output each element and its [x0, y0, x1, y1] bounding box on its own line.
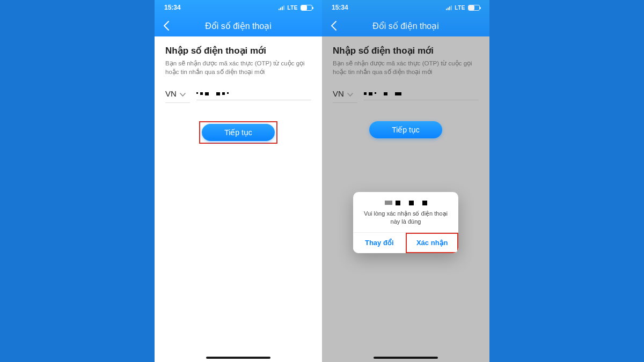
- phone-input-row: VN: [165, 86, 311, 103]
- network-label: LTE: [287, 5, 298, 11]
- form-subtext: Bạn sẽ nhận được mã xác thực (OTP) từ cu…: [165, 60, 311, 76]
- phone-input-row: VN: [333, 86, 479, 103]
- status-bar: 15:34 LTE: [155, 0, 322, 15]
- dialog-message: Vui lòng xác nhận số điện thoại này là đ…: [361, 210, 451, 226]
- form-subtext: Bạn sẽ nhận được mã xác thực (OTP) từ cu…: [333, 60, 479, 76]
- page-content: Nhập số điện thoại mới Bạn sẽ nhận được …: [322, 36, 489, 362]
- battery-icon: [301, 5, 312, 11]
- phone-number-input[interactable]: [364, 89, 479, 100]
- continue-button[interactable]: Tiếp tục: [202, 124, 275, 141]
- screenshot-step-1: 15:34 LTE Đổi số điện thoại Nhập số điện…: [155, 0, 322, 362]
- country-code-select[interactable]: VN: [333, 86, 357, 103]
- redacted-phone-icon: [364, 92, 401, 95]
- home-indicator[interactable]: [374, 357, 438, 359]
- dialog-change-label: Thay đổi: [365, 239, 394, 247]
- continue-button-label: Tiếp tục: [392, 125, 420, 134]
- page-content: Nhập số điện thoại mới Bạn sẽ nhận được …: [155, 36, 322, 362]
- chevron-left-icon: [163, 21, 170, 31]
- confirm-phone-dialog: Vui lòng xác nhận số điện thoại này là đ…: [353, 192, 458, 253]
- network-label: LTE: [455, 5, 465, 11]
- nav-bar: Đổi số điện thoại: [155, 15, 322, 36]
- nav-bar: Đổi số điện thoại: [322, 15, 489, 36]
- signal-icon: [446, 5, 452, 10]
- screenshot-step-2: 15:34 LTE Đổi số điện thoại Nhập số điện…: [322, 0, 489, 362]
- page-title: Đổi số điện thoại: [372, 21, 439, 31]
- status-bar: 15:34 LTE: [322, 0, 489, 15]
- country-code-value: VN: [165, 89, 177, 98]
- back-button[interactable]: [327, 19, 340, 32]
- redacted-phone-icon: [196, 92, 229, 95]
- dialog-actions: Thay đổi Xác nhận: [353, 232, 458, 253]
- signal-icon: [279, 5, 284, 10]
- status-time: 15:34: [164, 4, 181, 11]
- continue-button[interactable]: Tiếp tục: [369, 121, 442, 138]
- app-header: 15:34 LTE Đổi số điện thoại: [322, 0, 489, 36]
- form-heading: Nhập số điện thoại mới: [333, 45, 479, 56]
- battery-icon: [468, 5, 480, 11]
- tutorial-highlight: Tiếp tục: [199, 121, 277, 144]
- status-time: 15:34: [332, 4, 348, 11]
- phone-number-input[interactable]: [196, 89, 311, 100]
- dialog-phone-redacted: [361, 201, 451, 205]
- app-header: 15:34 LTE Đổi số điện thoại: [155, 0, 322, 36]
- back-button[interactable]: [160, 19, 173, 32]
- page-title: Đổi số điện thoại: [205, 21, 272, 31]
- continue-button-label: Tiếp tục: [224, 128, 252, 137]
- chevron-down-icon: [347, 89, 353, 98]
- chevron-left-icon: [331, 21, 337, 31]
- home-indicator[interactable]: [206, 357, 270, 359]
- form-heading: Nhập số điện thoại mới: [165, 45, 311, 56]
- dialog-change-button[interactable]: Thay đổi: [353, 233, 406, 253]
- country-code-select[interactable]: VN: [165, 86, 190, 103]
- chevron-down-icon: [180, 89, 186, 98]
- dialog-confirm-button[interactable]: Xác nhận: [406, 233, 459, 253]
- dialog-confirm-label: Xác nhận: [416, 239, 448, 247]
- country-code-value: VN: [333, 89, 344, 98]
